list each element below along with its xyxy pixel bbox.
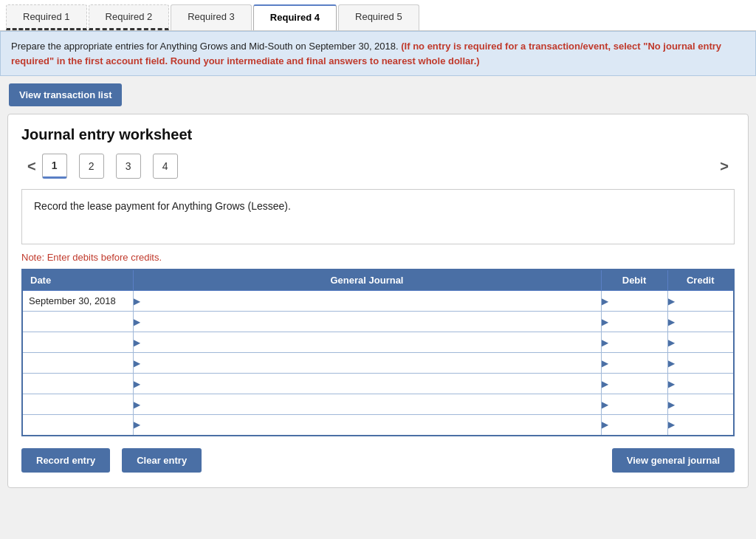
journal-cell-0[interactable]: ▶	[133, 291, 601, 312]
credit-cell-4[interactable]: ▶	[667, 374, 734, 394]
credit-input-5[interactable]	[676, 396, 734, 413]
chevron-right-icon[interactable]: >	[714, 155, 735, 178]
credit-input-3[interactable]	[676, 354, 734, 371]
bottom-buttons: Record entry Clear entry View general jo…	[21, 448, 735, 473]
date-cell-3	[22, 353, 133, 374]
debit-cell-4[interactable]: ▶	[601, 374, 667, 394]
journal-input-6[interactable]	[142, 416, 601, 433]
credit-input-6[interactable]	[676, 416, 734, 433]
debit-input-1[interactable]	[610, 313, 667, 330]
debit-input-3[interactable]	[610, 354, 667, 371]
col-header-credit: Credit	[667, 270, 734, 291]
tab-req5[interactable]: Required 5	[338, 4, 419, 30]
tab-req4[interactable]: Required 4	[253, 4, 337, 30]
table-row: ▶▶▶	[22, 312, 734, 332]
journal-cell-6[interactable]: ▶	[133, 415, 601, 436]
table-row: ▶▶▶	[22, 415, 734, 436]
credit-input-2[interactable]	[676, 334, 734, 351]
debit-input-6[interactable]	[610, 416, 667, 433]
col-header-general-journal: General Journal	[133, 270, 601, 291]
chevron-left-icon[interactable]: <	[21, 155, 42, 178]
credit-cell-2[interactable]: ▶	[667, 332, 734, 353]
step-navigation: < 1 2 3 4 >	[21, 154, 735, 179]
table-row: ▶▶▶	[22, 374, 734, 394]
journal-table: Date General Journal Debit Credit Septem…	[21, 269, 735, 436]
debit-input-4[interactable]	[610, 375, 667, 392]
view-general-journal-button[interactable]: View general journal	[612, 448, 735, 473]
debit-cell-1[interactable]: ▶	[601, 312, 667, 332]
journal-input-4[interactable]	[142, 375, 601, 392]
info-text-normal: Prepare the appropriate entries for Anyt…	[11, 41, 401, 52]
debit-cell-3[interactable]: ▶	[601, 353, 667, 374]
credit-cell-3[interactable]: ▶	[667, 353, 734, 374]
tab-req2[interactable]: Required 2	[89, 4, 170, 30]
step-button-4[interactable]: 4	[153, 154, 178, 179]
date-cell-1	[22, 312, 133, 332]
date-cell-6	[22, 415, 133, 436]
credit-cell-1[interactable]: ▶	[667, 312, 734, 332]
col-header-date: Date	[22, 270, 133, 291]
step-button-2[interactable]: 2	[79, 154, 104, 179]
credit-input-1[interactable]	[676, 313, 734, 330]
info-box: Prepare the appropriate entries for Anyt…	[0, 31, 756, 76]
worksheet-card: Journal entry worksheet < 1 2 3 4 > Reco…	[7, 114, 749, 488]
clear-entry-button[interactable]: Clear entry	[122, 448, 202, 473]
journal-input-5[interactable]	[142, 396, 601, 413]
journal-cell-3[interactable]: ▶	[133, 353, 601, 374]
journal-cell-2[interactable]: ▶	[133, 332, 601, 353]
instruction-box: Record the lease payment for Anything Gr…	[21, 189, 735, 244]
date-cell-0: September 30, 2018	[22, 291, 133, 312]
step-button-1[interactable]: 1	[42, 154, 67, 179]
date-cell-4	[22, 374, 133, 394]
date-cell-5	[22, 394, 133, 415]
journal-input-2[interactable]	[142, 334, 601, 351]
step-button-3[interactable]: 3	[116, 154, 141, 179]
credit-cell-5[interactable]: ▶	[667, 394, 734, 415]
table-row: ▶▶▶	[22, 332, 734, 353]
credit-input-0[interactable]	[676, 292, 734, 309]
note-text: Note: Enter debits before credits.	[21, 252, 735, 263]
table-row: ▶▶▶	[22, 394, 734, 415]
col-header-debit: Debit	[601, 270, 667, 291]
debit-input-5[interactable]	[610, 396, 667, 413]
debit-cell-0[interactable]: ▶	[601, 291, 667, 312]
credit-cell-0[interactable]: ▶	[667, 291, 734, 312]
journal-input-0[interactable]	[142, 292, 601, 309]
journal-cell-4[interactable]: ▶	[133, 374, 601, 394]
credit-input-4[interactable]	[676, 375, 734, 392]
tabs-bar: Required 1Required 2Required 3Required 4…	[0, 0, 756, 31]
debit-cell-2[interactable]: ▶	[601, 332, 667, 353]
journal-input-3[interactable]	[142, 354, 601, 371]
journal-cell-5[interactable]: ▶	[133, 394, 601, 415]
view-transaction-button[interactable]: View transaction list	[9, 83, 122, 106]
tab-req1[interactable]: Required 1	[6, 4, 87, 30]
credit-cell-6[interactable]: ▶	[667, 415, 734, 436]
instruction-text: Record the lease payment for Anything Gr…	[34, 200, 291, 212]
table-row: September 30, 2018▶▶▶	[22, 291, 734, 312]
debit-input-2[interactable]	[610, 334, 667, 351]
worksheet-title: Journal entry worksheet	[21, 126, 735, 143]
debit-cell-6[interactable]: ▶	[601, 415, 667, 436]
debit-input-0[interactable]	[610, 292, 667, 309]
date-cell-2	[22, 332, 133, 353]
record-entry-button[interactable]: Record entry	[21, 448, 110, 473]
tab-req3[interactable]: Required 3	[171, 4, 252, 30]
journal-input-1[interactable]	[142, 313, 601, 330]
debit-cell-5[interactable]: ▶	[601, 394, 667, 415]
journal-cell-1[interactable]: ▶	[133, 312, 601, 332]
table-row: ▶▶▶	[22, 353, 734, 374]
